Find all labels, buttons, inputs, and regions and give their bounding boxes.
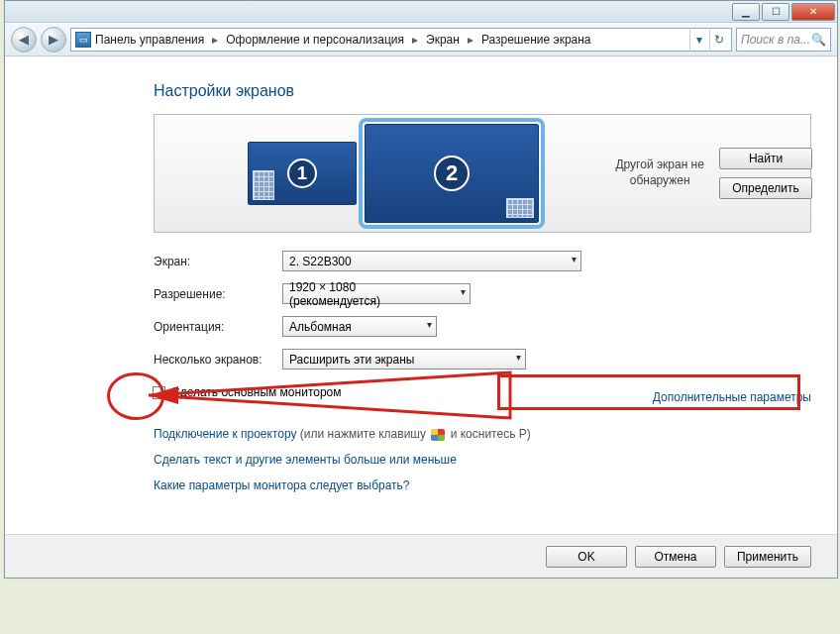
- display-label: Экран:: [154, 255, 282, 268]
- address-history-dropdown[interactable]: ▾: [689, 30, 707, 50]
- monitor-thumbnail-icon: [253, 170, 274, 200]
- monitor-arrangement-box: 1 2 Другой экран не обнаружен Найти Опре…: [154, 114, 811, 233]
- projector-hint-tail: и коснитесь P): [451, 427, 531, 441]
- maximize-button[interactable]: ☐: [762, 3, 789, 21]
- detect-button[interactable]: Определить: [719, 177, 812, 199]
- chevron-right-icon: ▸: [408, 33, 422, 47]
- breadcrumb[interactable]: Разрешение экрана: [481, 33, 591, 47]
- address-bar[interactable]: ▭ Панель управления ▸ Оформление и персо…: [70, 28, 732, 52]
- nav-back-button[interactable]: ◀: [11, 27, 37, 53]
- ok-button[interactable]: OK: [546, 546, 627, 568]
- resolution-select[interactable]: 1920 × 1080 (рекомендуется): [282, 283, 471, 304]
- nav-forward-button[interactable]: ▶: [41, 27, 66, 53]
- text-size-link[interactable]: Сделать текст и другие элементы больше и…: [154, 453, 457, 467]
- chevron-right-icon: ▸: [464, 33, 477, 47]
- monitor-number: 1: [287, 158, 317, 188]
- breadcrumb[interactable]: Панель управления: [95, 33, 204, 47]
- control-panel-window: ▁ ☐ ✕ ◀ ▶ ▭ Панель управления ▸ Оформлен…: [4, 0, 838, 579]
- page-title: Настройки экранов: [154, 82, 811, 100]
- resolution-label: Разрешение:: [154, 287, 282, 301]
- search-input[interactable]: Поиск в па... 🔍: [736, 28, 831, 52]
- connect-projector-link[interactable]: Подключение к проектору: [154, 427, 297, 441]
- advanced-settings-link[interactable]: Дополнительные параметры: [653, 390, 811, 404]
- not-detected-label: Другой экран не обнаружен: [610, 158, 709, 188]
- which-settings-link[interactable]: Какие параметры монитора следует выбрать…: [154, 478, 410, 492]
- close-button[interactable]: ✕: [791, 3, 835, 21]
- windows-key-icon: [431, 429, 445, 441]
- navigation-bar: ◀ ▶ ▭ Панель управления ▸ Оформление и п…: [5, 23, 837, 56]
- search-icon: 🔍: [811, 33, 826, 47]
- search-placeholder: Поиск в па...: [741, 33, 810, 47]
- refresh-button[interactable]: ↻: [709, 30, 727, 50]
- monitor-number: 2: [434, 156, 470, 191]
- titlebar: ▁ ☐ ✕: [5, 1, 837, 23]
- svg-marker-1: [149, 386, 178, 404]
- svg-marker-0: [149, 372, 510, 418]
- cancel-button[interactable]: Отмена: [635, 546, 716, 568]
- minimize-button[interactable]: ▁: [732, 3, 760, 21]
- dialog-footer: OK Отмена Применить: [5, 534, 837, 578]
- multi-display-label: Несколько экранов:: [154, 353, 282, 367]
- annotation-arrow: [149, 370, 515, 420]
- chevron-right-icon: ▸: [208, 33, 222, 47]
- multi-display-select[interactable]: Расширить эти экраны: [282, 349, 526, 370]
- breadcrumb[interactable]: Экран: [426, 33, 460, 47]
- monitor-2[interactable]: 2: [365, 124, 539, 223]
- apply-button[interactable]: Применить: [724, 546, 811, 568]
- breadcrumb[interactable]: Оформление и персонализация: [226, 33, 404, 47]
- display-icon: ▭: [75, 32, 91, 48]
- monitor-1[interactable]: 1: [248, 142, 357, 205]
- orientation-select[interactable]: Альбомная: [282, 316, 437, 337]
- projector-hint: (или нажмите клавишу: [300, 427, 430, 441]
- orientation-label: Ориентация:: [154, 320, 282, 334]
- display-select[interactable]: 2. S22B300: [282, 251, 581, 271]
- find-button[interactable]: Найти: [719, 148, 812, 169]
- monitor-thumbnail-icon: [506, 198, 534, 218]
- content-area: Настройки экранов 1 2 Другой экран не об…: [5, 56, 837, 578]
